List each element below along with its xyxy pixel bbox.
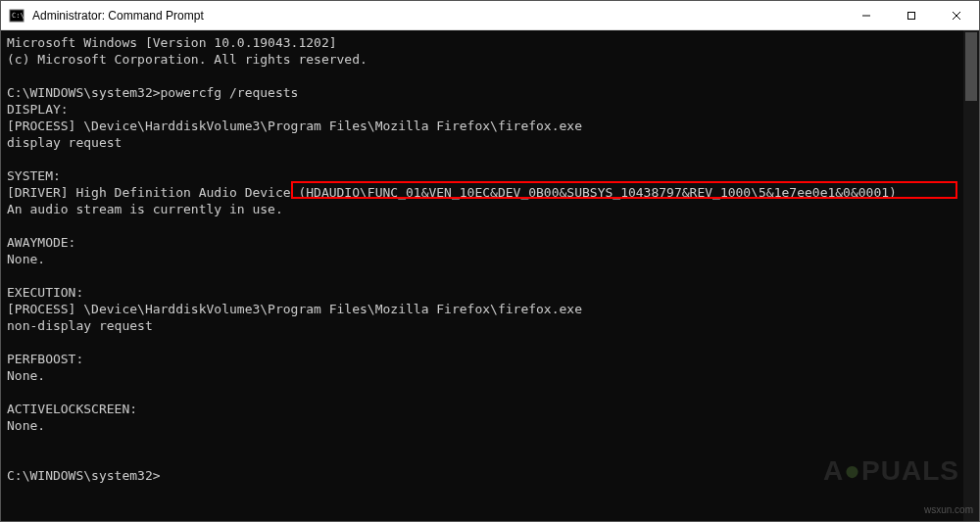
scrollbar-thumb[interactable] xyxy=(965,32,977,101)
close-button[interactable] xyxy=(934,1,979,29)
window-controls xyxy=(844,1,979,29)
svg-text:C:\: C:\ xyxy=(12,12,24,20)
minimize-button[interactable] xyxy=(844,1,889,29)
window-title: Administrator: Command Prompt xyxy=(32,9,844,23)
titlebar[interactable]: C:\ Administrator: Command Prompt xyxy=(1,1,979,30)
svg-rect-3 xyxy=(908,12,915,19)
terminal-area[interactable]: Microsoft Windows [Version 10.0.19043.12… xyxy=(1,30,979,521)
cmd-icon: C:\ xyxy=(9,8,24,24)
command-prompt-window: C:\ Administrator: Command Prompt Micros… xyxy=(0,0,980,522)
terminal-output: Microsoft Windows [Version 10.0.19043.12… xyxy=(1,30,979,488)
scrollbar[interactable] xyxy=(963,30,979,521)
maximize-button[interactable] xyxy=(889,1,934,29)
